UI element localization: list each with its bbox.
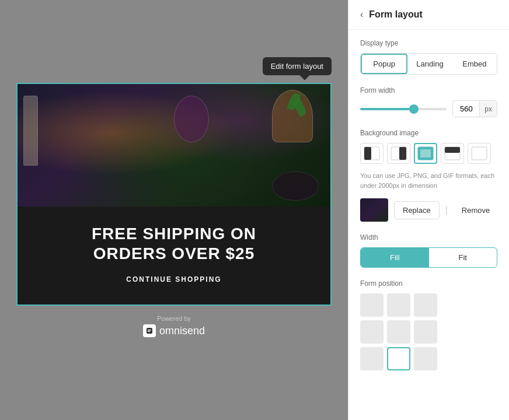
bg-image-label: Background image [360,129,497,137]
svg-rect-0 [147,328,152,334]
panel-header: ‹ Form layout [348,0,509,30]
remove-button[interactable]: Remove [454,202,498,219]
svg-rect-2 [148,331,150,332]
position-label: Form position [360,279,497,288]
form-preview: Edit form layout FREE SHIPPING ON ORDERS… [16,83,332,337]
svg-rect-6 [399,147,406,160]
image-thumbnail [360,198,388,222]
form-headline: FREE SHIPPING ON ORDERS OVER $25 [41,224,307,263]
display-type-popup[interactable]: Popup [361,54,407,74]
bottle-decoration [23,96,38,166]
cta-button[interactable]: CONTINUE SHOPPING [126,275,221,284]
svg-rect-11 [472,147,487,160]
position-cell-3[interactable] [360,320,384,344]
form-body: FREE SHIPPING ON ORDERS OVER $25 CONTINU… [18,206,330,304]
dark-bowl-decoration [272,172,319,201]
position-cell-4[interactable] [387,320,410,344]
powered-by-section: Powered by omnisend [16,315,332,337]
bg-option-5[interactable] [468,143,491,164]
display-type-landing[interactable]: Landing [407,54,452,74]
panel-content: Display type Popup Landing Embed Form wi… [348,30,509,380]
form-width-input: px [452,100,497,117]
position-cell-6[interactable] [360,347,384,370]
svg-rect-8 [420,149,431,158]
svg-rect-10 [445,147,460,153]
position-cell-8[interactable] [414,347,437,370]
svg-rect-1 [148,330,151,331]
form-width-section: px [360,100,497,117]
right-panel: ‹ Form layout Display type Popup Landing… [348,0,509,420]
display-type-label: Display type [360,39,497,47]
form-width-slider[interactable] [360,108,447,110]
width-unit: px [479,102,497,117]
width-value-input[interactable] [453,101,479,117]
bg-image-options [360,143,497,164]
edit-form-tooltip: Edit form layout [263,57,332,75]
position-cell-7[interactable] [387,347,410,370]
slider-thumb[interactable] [409,104,419,114]
position-cell-2[interactable] [414,293,437,317]
tooltip-text: Edit form layout [271,62,323,71]
form-width-label: Form width [360,86,497,94]
width-fill[interactable]: Fill [361,248,429,267]
actions-divider: | [445,205,448,215]
slider-fill [360,108,414,110]
width-section-label: Width [360,233,497,242]
form-image [18,84,330,206]
back-icon: ‹ [360,9,363,20]
position-grid [360,293,497,370]
powered-by-text: Powered by [157,315,191,322]
brand-name: omnisend [159,325,205,337]
position-cell-0[interactable] [360,293,384,317]
display-type-section: Display type Popup Landing Embed [360,39,497,75]
panel-title: Form layout [369,9,423,20]
bg-option-1[interactable] [360,143,384,164]
bg-option-2[interactable] [387,143,410,164]
form-card: FREE SHIPPING ON ORDERS OVER $25 CONTINU… [16,83,332,306]
position-cell-5[interactable] [414,320,437,344]
display-type-embed[interactable]: Embed [452,54,497,74]
format-hint: You can use JPG, PNG, and GIF formats, e… [360,171,497,190]
bg-option-4[interactable] [441,143,464,164]
position-cell-1[interactable] [387,293,410,317]
svg-rect-4 [364,147,371,160]
bg-option-3[interactable] [414,143,437,164]
back-button[interactable]: ‹ [360,9,363,20]
preview-area: Edit form layout FREE SHIPPING ON ORDERS… [0,0,348,420]
width-fit[interactable]: Fit [429,248,497,267]
image-actions: Replace | Remove [360,198,497,222]
replace-button[interactable]: Replace [394,201,440,219]
cocktail-glass-dark [174,96,209,142]
display-type-group: Popup Landing Embed [360,53,497,75]
headline-line-1: FREE SHIPPING ON [92,225,256,243]
omnisend-icon [143,324,156,337]
slider-track [360,108,447,110]
width-toggle: Fill Fit [360,247,497,268]
headline-line-2: ORDERS OVER $25 [93,244,254,262]
omnisend-logo: omnisend [143,324,205,337]
